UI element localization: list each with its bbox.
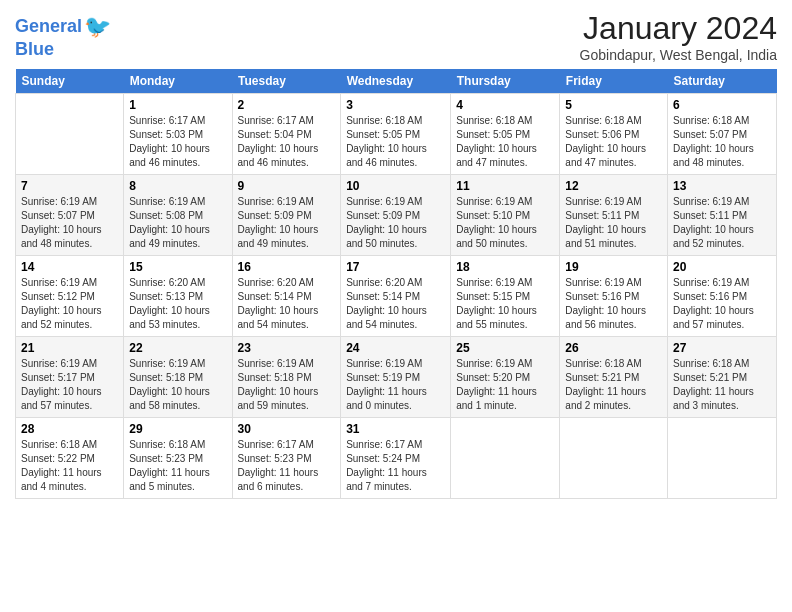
cell-content: Sunrise: 6:20 AM Sunset: 5:14 PM Dayligh… — [346, 276, 445, 332]
day-number: 5 — [565, 98, 662, 112]
calendar-cell: 1Sunrise: 6:17 AM Sunset: 5:03 PM Daylig… — [124, 94, 232, 175]
cell-content: Sunrise: 6:19 AM Sunset: 5:18 PM Dayligh… — [238, 357, 336, 413]
calendar-cell — [451, 418, 560, 499]
col-header-tuesday: Tuesday — [232, 69, 341, 94]
calendar-cell: 25Sunrise: 6:19 AM Sunset: 5:20 PM Dayli… — [451, 337, 560, 418]
calendar-cell: 22Sunrise: 6:19 AM Sunset: 5:18 PM Dayli… — [124, 337, 232, 418]
calendar-cell: 12Sunrise: 6:19 AM Sunset: 5:11 PM Dayli… — [560, 175, 668, 256]
day-number: 1 — [129, 98, 226, 112]
header-row: SundayMondayTuesdayWednesdayThursdayFrid… — [16, 69, 777, 94]
calendar-cell: 21Sunrise: 6:19 AM Sunset: 5:17 PM Dayli… — [16, 337, 124, 418]
day-number: 28 — [21, 422, 118, 436]
calendar-cell: 13Sunrise: 6:19 AM Sunset: 5:11 PM Dayli… — [668, 175, 777, 256]
calendar-cell: 24Sunrise: 6:19 AM Sunset: 5:19 PM Dayli… — [341, 337, 451, 418]
week-row-1: 7Sunrise: 6:19 AM Sunset: 5:07 PM Daylig… — [16, 175, 777, 256]
cell-content: Sunrise: 6:19 AM Sunset: 5:10 PM Dayligh… — [456, 195, 554, 251]
cell-content: Sunrise: 6:17 AM Sunset: 5:24 PM Dayligh… — [346, 438, 445, 494]
cell-content: Sunrise: 6:19 AM Sunset: 5:19 PM Dayligh… — [346, 357, 445, 413]
day-number: 12 — [565, 179, 662, 193]
day-number: 8 — [129, 179, 226, 193]
cell-content: Sunrise: 6:19 AM Sunset: 5:09 PM Dayligh… — [346, 195, 445, 251]
calendar-cell: 16Sunrise: 6:20 AM Sunset: 5:14 PM Dayli… — [232, 256, 341, 337]
cell-content: Sunrise: 6:18 AM Sunset: 5:21 PM Dayligh… — [565, 357, 662, 413]
cell-content: Sunrise: 6:18 AM Sunset: 5:05 PM Dayligh… — [346, 114, 445, 170]
title-area: January 2024 Gobindapur, West Bengal, In… — [580, 10, 777, 63]
calendar-cell — [16, 94, 124, 175]
logo-bird-icon: 🐦 — [84, 14, 111, 40]
cell-content: Sunrise: 6:19 AM Sunset: 5:07 PM Dayligh… — [21, 195, 118, 251]
page-container: General 🐦 Blue January 2024 Gobindapur, … — [0, 0, 792, 509]
day-number: 4 — [456, 98, 554, 112]
calendar-cell: 19Sunrise: 6:19 AM Sunset: 5:16 PM Dayli… — [560, 256, 668, 337]
calendar-cell: 8Sunrise: 6:19 AM Sunset: 5:08 PM Daylig… — [124, 175, 232, 256]
calendar-cell: 2Sunrise: 6:17 AM Sunset: 5:04 PM Daylig… — [232, 94, 341, 175]
day-number: 20 — [673, 260, 771, 274]
col-header-wednesday: Wednesday — [341, 69, 451, 94]
day-number: 7 — [21, 179, 118, 193]
location: Gobindapur, West Bengal, India — [580, 47, 777, 63]
cell-content: Sunrise: 6:20 AM Sunset: 5:14 PM Dayligh… — [238, 276, 336, 332]
logo-text2: Blue — [15, 40, 111, 60]
calendar-cell: 28Sunrise: 6:18 AM Sunset: 5:22 PM Dayli… — [16, 418, 124, 499]
cell-content: Sunrise: 6:19 AM Sunset: 5:11 PM Dayligh… — [673, 195, 771, 251]
week-row-3: 21Sunrise: 6:19 AM Sunset: 5:17 PM Dayli… — [16, 337, 777, 418]
logo-text: General — [15, 17, 82, 37]
col-header-friday: Friday — [560, 69, 668, 94]
day-number: 23 — [238, 341, 336, 355]
week-row-2: 14Sunrise: 6:19 AM Sunset: 5:12 PM Dayli… — [16, 256, 777, 337]
day-number: 3 — [346, 98, 445, 112]
calendar-cell: 31Sunrise: 6:17 AM Sunset: 5:24 PM Dayli… — [341, 418, 451, 499]
week-row-0: 1Sunrise: 6:17 AM Sunset: 5:03 PM Daylig… — [16, 94, 777, 175]
col-header-thursday: Thursday — [451, 69, 560, 94]
calendar-cell: 23Sunrise: 6:19 AM Sunset: 5:18 PM Dayli… — [232, 337, 341, 418]
calendar-cell — [668, 418, 777, 499]
cell-content: Sunrise: 6:18 AM Sunset: 5:06 PM Dayligh… — [565, 114, 662, 170]
calendar-cell: 18Sunrise: 6:19 AM Sunset: 5:15 PM Dayli… — [451, 256, 560, 337]
cell-content: Sunrise: 6:19 AM Sunset: 5:09 PM Dayligh… — [238, 195, 336, 251]
day-number: 25 — [456, 341, 554, 355]
cell-content: Sunrise: 6:19 AM Sunset: 5:20 PM Dayligh… — [456, 357, 554, 413]
calendar-cell: 9Sunrise: 6:19 AM Sunset: 5:09 PM Daylig… — [232, 175, 341, 256]
calendar-cell: 20Sunrise: 6:19 AM Sunset: 5:16 PM Dayli… — [668, 256, 777, 337]
cell-content: Sunrise: 6:18 AM Sunset: 5:07 PM Dayligh… — [673, 114, 771, 170]
calendar-cell: 5Sunrise: 6:18 AM Sunset: 5:06 PM Daylig… — [560, 94, 668, 175]
header: General 🐦 Blue January 2024 Gobindapur, … — [15, 10, 777, 63]
calendar-cell: 30Sunrise: 6:17 AM Sunset: 5:23 PM Dayli… — [232, 418, 341, 499]
day-number: 18 — [456, 260, 554, 274]
day-number: 29 — [129, 422, 226, 436]
cell-content: Sunrise: 6:19 AM Sunset: 5:11 PM Dayligh… — [565, 195, 662, 251]
calendar-cell: 11Sunrise: 6:19 AM Sunset: 5:10 PM Dayli… — [451, 175, 560, 256]
calendar-cell: 27Sunrise: 6:18 AM Sunset: 5:21 PM Dayli… — [668, 337, 777, 418]
day-number: 22 — [129, 341, 226, 355]
calendar-cell: 26Sunrise: 6:18 AM Sunset: 5:21 PM Dayli… — [560, 337, 668, 418]
day-number: 27 — [673, 341, 771, 355]
calendar-cell: 14Sunrise: 6:19 AM Sunset: 5:12 PM Dayli… — [16, 256, 124, 337]
cell-content: Sunrise: 6:19 AM Sunset: 5:16 PM Dayligh… — [673, 276, 771, 332]
day-number: 19 — [565, 260, 662, 274]
day-number: 11 — [456, 179, 554, 193]
cell-content: Sunrise: 6:20 AM Sunset: 5:13 PM Dayligh… — [129, 276, 226, 332]
calendar-cell: 7Sunrise: 6:19 AM Sunset: 5:07 PM Daylig… — [16, 175, 124, 256]
day-number: 14 — [21, 260, 118, 274]
calendar-cell: 4Sunrise: 6:18 AM Sunset: 5:05 PM Daylig… — [451, 94, 560, 175]
day-number: 6 — [673, 98, 771, 112]
day-number: 10 — [346, 179, 445, 193]
cell-content: Sunrise: 6:18 AM Sunset: 5:21 PM Dayligh… — [673, 357, 771, 413]
cell-content: Sunrise: 6:18 AM Sunset: 5:05 PM Dayligh… — [456, 114, 554, 170]
calendar-table: SundayMondayTuesdayWednesdayThursdayFrid… — [15, 69, 777, 499]
col-header-sunday: Sunday — [16, 69, 124, 94]
calendar-cell: 17Sunrise: 6:20 AM Sunset: 5:14 PM Dayli… — [341, 256, 451, 337]
col-header-saturday: Saturday — [668, 69, 777, 94]
cell-content: Sunrise: 6:19 AM Sunset: 5:15 PM Dayligh… — [456, 276, 554, 332]
day-number: 2 — [238, 98, 336, 112]
day-number: 31 — [346, 422, 445, 436]
week-row-4: 28Sunrise: 6:18 AM Sunset: 5:22 PM Dayli… — [16, 418, 777, 499]
calendar-cell: 15Sunrise: 6:20 AM Sunset: 5:13 PM Dayli… — [124, 256, 232, 337]
day-number: 16 — [238, 260, 336, 274]
month-title: January 2024 — [580, 10, 777, 47]
day-number: 21 — [21, 341, 118, 355]
cell-content: Sunrise: 6:17 AM Sunset: 5:03 PM Dayligh… — [129, 114, 226, 170]
cell-content: Sunrise: 6:19 AM Sunset: 5:16 PM Dayligh… — [565, 276, 662, 332]
calendar-cell: 10Sunrise: 6:19 AM Sunset: 5:09 PM Dayli… — [341, 175, 451, 256]
day-number: 9 — [238, 179, 336, 193]
